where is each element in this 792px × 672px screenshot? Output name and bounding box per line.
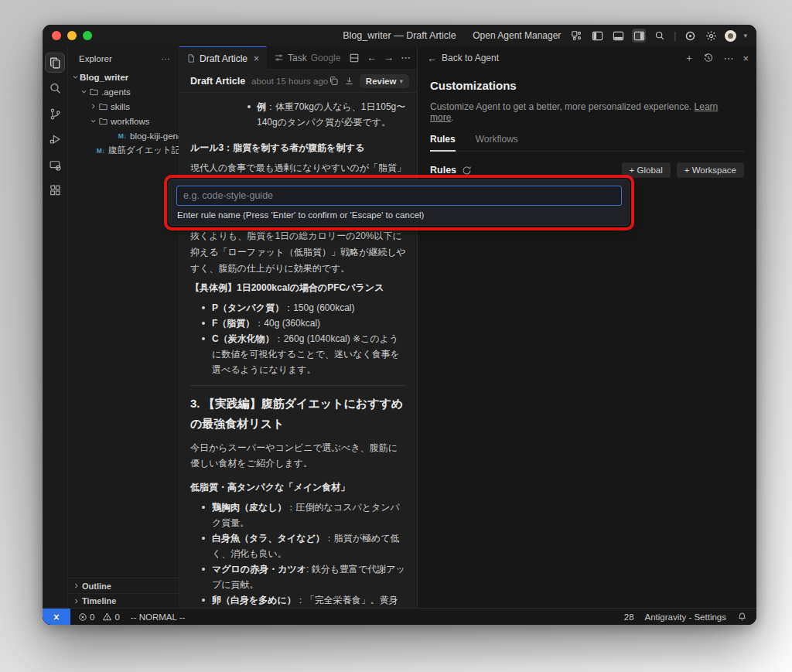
markdown-preview[interactable]: 例：体重70kgの人なら、1日105g〜140gのタンパク質が必要です。ルール3… <box>179 93 417 608</box>
tree-item--agents[interactable]: .agents <box>68 84 179 99</box>
bullet-list: P（タンパク質）：150g (600kcal)F（脂質）：40g (360kca… <box>190 300 406 377</box>
warnings-indicator[interactable]: 0 <box>102 612 119 622</box>
gear-icon[interactable] <box>704 29 718 43</box>
tree-item-label: skills <box>111 102 130 111</box>
account-avatar[interactable] <box>725 30 736 42</box>
refresh-icon[interactable] <box>462 165 472 176</box>
list-item: C（炭水化物）：260g (1040kcal) ※このように数値を可視化すること… <box>190 331 406 377</box>
tree-item-label: workflows <box>111 117 149 126</box>
bell-icon[interactable] <box>737 612 747 622</box>
tab-sublabel: Google <box>311 53 341 63</box>
vim-mode-indicator[interactable]: -- NORMAL -- <box>131 612 185 622</box>
markdown-file-icon: M↓ <box>95 147 106 155</box>
review-button[interactable]: Review ▾ <box>360 74 409 88</box>
zoom-window-button[interactable] <box>83 31 92 40</box>
history-icon[interactable] <box>703 53 714 63</box>
toggle-bottom-panel-icon[interactable] <box>611 29 625 43</box>
app-settings-status[interactable]: Antigravity - Settings <box>645 612 726 622</box>
file-icon <box>186 53 196 63</box>
article-paragraph: 現代人の食事で最も過剰になりやすいのが「脂質」で <box>190 160 406 176</box>
editor-group: Draft Article × Task Google ← → ⋯ <box>179 46 418 608</box>
back-to-agent-link[interactable]: Back to Agent <box>442 53 499 63</box>
agent-panel-header: ← Back to Agent ＋ ⋯ × <box>418 46 756 70</box>
bullet-list: 例：体重70kgの人なら、1日105g〜140gのタンパク質が必要です。 <box>190 99 406 130</box>
add-rule-button-global[interactable]: + Global <box>622 162 671 178</box>
rules-section-title: Rules <box>430 165 456 176</box>
article-paragraph: 今日からスーパーやコンビニで選ぶべき、腹筋に優しい食材をご紹介します。 <box>190 440 406 471</box>
tab-label: Task <box>288 53 307 63</box>
explorer-icon[interactable] <box>45 53 65 73</box>
browser-icon[interactable] <box>683 29 697 43</box>
tab-task[interactable]: Task Google <box>267 46 347 69</box>
panel-more-icon[interactable]: ⋯ <box>723 53 733 64</box>
chevron-down-icon <box>89 118 97 125</box>
panel-close-icon[interactable]: × <box>742 53 749 64</box>
customizations-subtitle: Customize Agent to get a better, more pe… <box>430 101 744 123</box>
remote-window-icon[interactable] <box>45 155 65 175</box>
run-debug-icon[interactable] <box>45 129 65 149</box>
sidebar-title: Explorer <box>79 54 112 63</box>
close-window-button[interactable] <box>52 31 61 40</box>
editor-more-icon[interactable]: ⋯ <box>401 52 411 63</box>
tab-draft-article[interactable]: Draft Article × <box>179 46 267 70</box>
activity-bar <box>43 46 68 608</box>
app-window: Blog_writer — Draft Article Open Agent M… <box>43 25 756 625</box>
document-timestamp: about 15 hours ago <box>251 77 328 86</box>
split-editor-icon[interactable] <box>349 53 360 63</box>
source-control-icon[interactable] <box>45 104 65 124</box>
tree-item-blog-kiji-gener-[interactable]: M↓blog-kiji-gener... <box>68 128 179 143</box>
chevron-down-icon <box>71 73 80 80</box>
rule-name-hint: Enter rule name (Press 'Enter' to confir… <box>176 210 622 220</box>
tab-close-icon[interactable]: × <box>254 53 259 64</box>
copy-icon[interactable] <box>329 76 339 86</box>
sidebar-bottom-sections: OutlineTimeline <box>68 578 179 608</box>
sidebar-section-outline[interactable]: Outline <box>68 578 179 593</box>
document-title: Draft Article <box>190 76 245 87</box>
open-agent-manager-button[interactable]: Open Agent Manager <box>473 30 561 41</box>
titlebar-separator: | <box>674 30 676 41</box>
agent-panel: ← Back to Agent ＋ ⋯ × Customizations Cus… <box>418 46 756 608</box>
errors-indicator[interactable]: 0 <box>78 612 94 622</box>
titlebar: Blog_writer — Draft Article Open Agent M… <box>43 25 756 46</box>
sidebar-section-timeline[interactable]: Timeline <box>68 593 179 608</box>
tree-item-workflows[interactable]: workflows <box>68 114 179 128</box>
tree-item-blog_writer[interactable]: Blog_writer <box>68 70 179 84</box>
add-rule-button-workspace[interactable]: + Workspace <box>677 162 744 178</box>
list-item: 鶏胸肉（皮なし）：圧倒的なコスパとタンパク質量。 <box>190 500 406 530</box>
account-chevron-down-icon[interactable]: ▾ <box>743 32 747 39</box>
download-icon[interactable] <box>344 76 354 86</box>
list-item: 卵（白身を多めに）：「完全栄養食」。黄身は脂質が含まれるので1日1~2個程度に。 <box>190 592 406 608</box>
minimize-window-button[interactable] <box>67 31 77 40</box>
tab-bar: Draft Article × Task Google ← → ⋯ <box>179 46 417 70</box>
article-paragraph: 抜くよりも、脂質を1日の総カロリーの20%以下に抑える「ローファット（低脂質）」… <box>190 228 406 277</box>
tree-item-skills[interactable]: skills <box>68 99 179 114</box>
extensions-icon[interactable] <box>45 180 65 200</box>
rule-name-input[interactable] <box>176 186 622 206</box>
new-conversation-icon[interactable]: ＋ <box>684 51 694 65</box>
tree-item--[interactable]: M↓腹筋ダイエット記... <box>68 143 179 158</box>
sidebar-more-icon[interactable]: ⋯ <box>162 53 172 64</box>
document-header: Draft Article about 15 hours ago Review … <box>179 70 417 93</box>
agent-manager-icon[interactable] <box>569 29 583 43</box>
search-sidebar-icon[interactable] <box>45 78 65 98</box>
status-counter[interactable]: 28 <box>624 612 634 622</box>
panel-tab-workflows[interactable]: Workflows <box>476 134 518 151</box>
search-icon[interactable] <box>653 29 667 43</box>
remote-indicator[interactable] <box>43 609 70 625</box>
list-item: 例：体重70kgの人なら、1日105g〜140gのタンパク質が必要です。 <box>190 99 406 130</box>
back-arrow-icon[interactable]: ← <box>427 53 437 64</box>
article-paragraph: 【具体例】1日2000kcalの場合のPFCバランス <box>190 280 406 295</box>
tree-item-label: .agents <box>101 87 131 97</box>
file-tree: Blog_writer.agentsskillsworkflowsM↓blog-… <box>68 70 179 578</box>
toggle-left-sidebar-icon[interactable] <box>590 29 604 43</box>
article-paragraph: 低脂質・高タンパクな「メイン食材」 <box>190 479 406 495</box>
section-divider <box>190 385 406 386</box>
panel-tab-rules[interactable]: Rules <box>430 134 456 152</box>
folder-icon <box>97 102 108 111</box>
folder-icon <box>97 117 108 126</box>
navigate-back-icon[interactable]: ← <box>367 52 377 63</box>
navigate-forward-icon[interactable]: → <box>384 52 394 63</box>
bullet-list: 鶏胸肉（皮なし）：圧倒的なコスパとタンパク質量。白身魚（タラ、タイなど）：脂質が… <box>190 500 406 608</box>
rule-name-dialog: Enter rule name (Press 'Enter' to confir… <box>169 179 630 226</box>
toggle-right-sidebar-icon[interactable] <box>632 29 646 43</box>
